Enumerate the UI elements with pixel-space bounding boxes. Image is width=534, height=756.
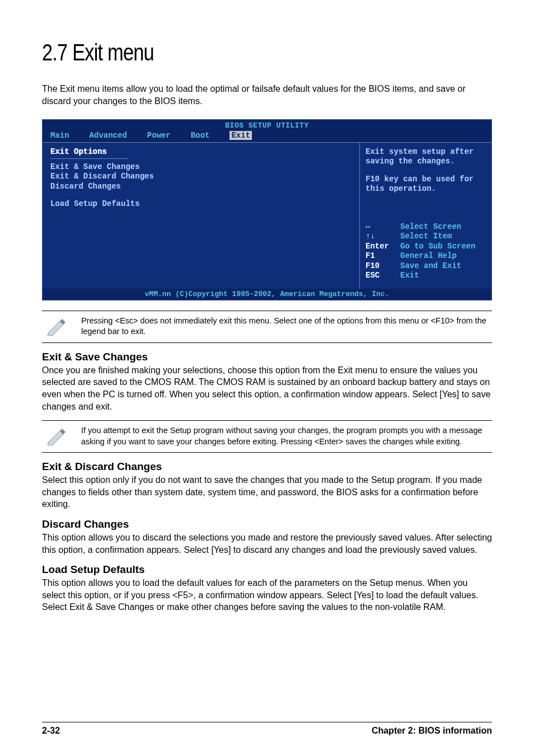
page-number: 2-32 (42, 726, 60, 736)
bios-screenshot: BIOS SETUP UTILITY Main Advanced Power B… (42, 119, 492, 300)
section-exit-discard: Exit & Discard Changes Select this optio… (42, 461, 492, 510)
heading-defaults: Load Setup Defaults (42, 564, 492, 576)
legend-select-screen: Select Screen (400, 222, 461, 232)
tab-advanced[interactable]: Advanced (90, 131, 127, 140)
tab-exit[interactable]: Exit (229, 131, 252, 140)
note-esc: Pressing <Esc> does not immediately exit… (42, 311, 492, 343)
bios-legend: ↔Select Screen ↑↓Select Item EnterGo to … (366, 222, 486, 281)
bios-footer: vMM.nn (C)Copyright 1985-2002, American … (43, 289, 491, 300)
tab-main[interactable]: Main (50, 131, 69, 140)
body-exit-discard: Select this option only if you do not wa… (42, 474, 492, 510)
heading-exit-save: Exit & Save Changes (42, 351, 492, 363)
legend-key-arrows-ud: ↑↓ (366, 232, 400, 242)
section-exit-save: Exit & Save Changes Once you are finishe… (42, 351, 492, 412)
section-defaults: Load Setup Defaults This option allows y… (42, 564, 492, 613)
section-discard: Discard Changes This option allows you t… (42, 518, 492, 556)
discard-changes-item[interactable]: Discard Changes (50, 182, 352, 192)
divider (50, 158, 129, 159)
note-save-prompt: If you attempt to exit the Setup program… (42, 420, 492, 453)
tab-boot[interactable]: Boot (191, 131, 210, 140)
legend-key-f1: F1 (366, 251, 400, 261)
page-title: 2.7 Exit menu (42, 39, 411, 66)
bios-right-pane: Exit system setup after saving the chang… (360, 143, 491, 289)
page-footer: 2-32 Chapter 2: BIOS information (42, 722, 492, 736)
note-esc-text: Pressing <Esc> does not immediately exit… (81, 316, 492, 337)
exit-options-label: Exit Options (50, 147, 352, 156)
intro-paragraph: The Exit menu items allow you to load th… (42, 83, 492, 108)
body-defaults: This option allows you to load the defau… (42, 577, 492, 613)
legend-key-enter: Enter (366, 242, 400, 252)
chapter-label: Chapter 2: BIOS information (372, 726, 492, 736)
heading-exit-discard: Exit & Discard Changes (42, 461, 492, 473)
bios-header: BIOS SETUP UTILITY (43, 120, 491, 130)
legend-key-f10: F10 (366, 261, 400, 271)
body-discard: This option allows you to discard the se… (42, 532, 492, 556)
bios-left-pane: Exit Options Exit & Save Changes Exit & … (43, 143, 360, 289)
exit-discard-changes-item[interactable]: Exit & Discard Changes (50, 172, 352, 182)
bios-help-text-1: Exit system setup after saving the chang… (366, 147, 486, 167)
legend-key-esc: ESC (366, 271, 400, 281)
legend-sub-screen: Go to Sub Screen (400, 242, 475, 252)
legend-exit: Exit (400, 271, 419, 281)
bios-help-text-2: F10 key can be used for this operation. (366, 175, 486, 194)
tab-power[interactable]: Power (147, 131, 171, 140)
bios-tab-bar: Main Advanced Power Boot Exit (43, 130, 491, 142)
note-save-prompt-text: If you attempt to exit the Setup program… (81, 425, 492, 447)
pencil-icon (42, 425, 81, 448)
legend-key-arrows-lr: ↔ (366, 222, 400, 232)
legend-general-help: General Help (400, 251, 457, 261)
legend-save-exit: Save and Exit (400, 261, 461, 271)
body-exit-save: Once you are finished making your select… (42, 364, 492, 412)
heading-discard: Discard Changes (42, 518, 492, 530)
exit-save-changes-item[interactable]: Exit & Save Changes (50, 162, 352, 172)
legend-select-item: Select Item (400, 232, 452, 242)
pencil-icon (42, 316, 81, 338)
load-setup-defaults-item[interactable]: Load Setup Defaults (50, 199, 352, 209)
